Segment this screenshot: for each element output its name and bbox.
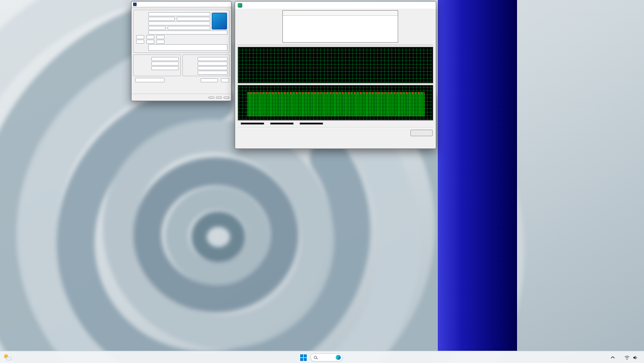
result-list-header [283,11,398,16]
cores-value [201,78,218,82]
weather-icon [4,354,12,360]
core-voltage-value [168,26,210,30]
multiplier-value [151,62,179,66]
maximize-icon[interactable] [417,2,427,9]
cpu-name-value [148,12,210,16]
l2-value [198,66,228,70]
cpuz-footer [132,94,231,101]
intel-core-logo [212,13,227,29]
processor-groupbox [133,10,230,53]
volume-icon[interactable] [633,355,638,360]
cpuz-app-icon [133,3,137,6]
core-speed-value [151,57,179,61]
window-controls [408,2,436,9]
close-button[interactable] [410,130,433,136]
taskbar-center [299,351,345,363]
model-value [146,35,154,39]
tdp-value [177,17,210,21]
test-stats-row [238,123,433,125]
specification-value [148,31,228,35]
clocks-groupbox [133,54,181,76]
ok-button[interactable] [223,97,230,99]
stress-list [238,10,280,43]
temperature-series [247,52,425,78]
throttle-marks [247,92,425,94]
weather-widget[interactable] [2,352,15,362]
start-button[interactable] [299,352,308,363]
cpuz-body [132,8,231,94]
stepping-value [156,35,165,39]
aida64-sensor-panel [438,0,517,351]
ext-family-value [136,40,144,44]
temperature-graph [238,47,433,83]
aida64-stability-window [235,1,436,149]
result-list[interactable] [282,10,398,43]
aida-titlebar[interactable] [235,2,436,9]
close-icon[interactable] [427,2,436,9]
technology-value [148,26,166,30]
instructions-value [148,44,228,51]
cpuz-titlebar[interactable] [132,2,231,7]
search-icon [314,356,317,359]
result-list-body [283,16,398,42]
package-value [148,21,210,25]
graph-grid [239,86,432,119]
desktop [0,0,644,363]
aida64-app-icon [238,3,242,8]
test-started-value [270,123,294,125]
tools-button[interactable] [208,97,214,99]
cpuz-window [131,1,232,101]
cache-groupbox [182,54,230,76]
usage-graph-title [238,86,433,89]
l1-inst-value [198,62,228,66]
revision-value [156,40,165,44]
l1-data-value [198,57,228,61]
search-box[interactable] [310,353,343,361]
cpu-usage-graph [238,85,433,120]
wifi-icon[interactable] [624,355,630,360]
taskbar [0,351,644,363]
family-value [136,35,144,39]
threads-value [221,78,229,82]
ext-model-value [146,40,154,44]
aida-body [235,9,436,148]
bing-icon [336,355,341,360]
chevron-up-icon[interactable] [610,356,615,359]
windows-logo-icon [300,354,307,361]
system-tray [610,351,642,363]
battery-value [241,123,264,125]
l3-value [198,71,228,75]
aida-tab-strip [238,45,433,45]
minimize-icon[interactable] [408,2,417,9]
elapsed-value [300,123,323,125]
code-name-value [148,17,175,21]
processor-select[interactable] [135,78,165,82]
validate-button[interactable] [216,97,222,99]
bus-speed-value [151,66,179,70]
